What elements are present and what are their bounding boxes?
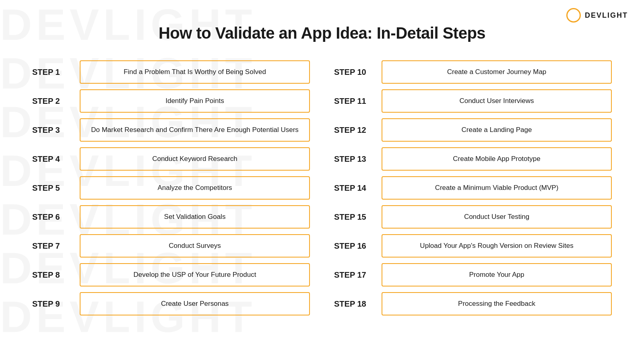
step-row: STEP 1Find a Problem That Is Worthy of B… bbox=[32, 60, 310, 84]
step-box: Create a Customer Journey Map bbox=[382, 60, 612, 84]
step-row: STEP 12Create a Landing Page bbox=[334, 118, 612, 142]
step-text: Create a Minimum Viable Product (MVP) bbox=[435, 183, 559, 193]
steps-column-left: STEP 1Find a Problem That Is Worthy of B… bbox=[32, 60, 310, 321]
step-number-label: STEP 7 bbox=[32, 241, 72, 251]
logo-text: DEVLIGHT bbox=[585, 11, 628, 20]
logo-circle-icon bbox=[566, 8, 581, 23]
step-row: STEP 11Conduct User Interviews bbox=[334, 89, 612, 113]
step-number-label: STEP 15 bbox=[334, 212, 374, 222]
step-text: Conduct Keyword Research bbox=[152, 155, 237, 164]
step-box: Upload Your App's Rough Version on Revie… bbox=[382, 234, 612, 258]
step-row: STEP 5Analyze the Competitors bbox=[32, 176, 310, 200]
step-text: Find a Problem That Is Worthy of Being S… bbox=[124, 68, 266, 77]
step-number-label: STEP 4 bbox=[32, 155, 72, 164]
step-box: Conduct User Testing bbox=[382, 205, 612, 229]
main-content: How to Validate an App Idea: In-Detail S… bbox=[0, 0, 644, 333]
step-text: Upload Your App's Rough Version on Revie… bbox=[420, 241, 573, 251]
step-number-label: STEP 14 bbox=[334, 183, 374, 193]
step-number-label: STEP 2 bbox=[32, 97, 72, 106]
step-box: Create User Personas bbox=[80, 292, 310, 315]
step-box: Set Validation Goals bbox=[80, 205, 310, 229]
step-number-label: STEP 13 bbox=[334, 155, 374, 164]
step-number-label: STEP 6 bbox=[32, 212, 72, 222]
step-row: STEP 17Promote Your App bbox=[334, 263, 612, 286]
step-number-label: STEP 3 bbox=[32, 126, 72, 135]
steps-grid: STEP 1Find a Problem That Is Worthy of B… bbox=[32, 60, 612, 321]
step-text: Analyze the Competitors bbox=[157, 183, 232, 193]
step-row: STEP 2Identify Pain Points bbox=[32, 89, 310, 113]
step-box: Develop the USP of Your Future Product bbox=[80, 263, 310, 286]
step-box: Do Market Research and Confirm There Are… bbox=[80, 118, 310, 142]
step-box: Create Mobile App Prototype bbox=[382, 147, 612, 171]
step-box: Conduct Keyword Research bbox=[80, 147, 310, 171]
step-text: Create User Personas bbox=[161, 299, 229, 309]
step-text: Create a Customer Journey Map bbox=[447, 68, 547, 77]
step-row: STEP 16Upload Your App's Rough Version o… bbox=[334, 234, 612, 258]
step-number-label: STEP 16 bbox=[334, 241, 374, 251]
step-number-label: STEP 12 bbox=[334, 126, 374, 135]
step-text: Do Market Research and Confirm There Are… bbox=[91, 126, 299, 135]
step-number-label: STEP 5 bbox=[32, 183, 72, 193]
step-text: Conduct User Testing bbox=[464, 212, 529, 222]
step-number-label: STEP 9 bbox=[32, 299, 72, 309]
step-text: Create Mobile App Prototype bbox=[453, 155, 540, 164]
step-box: Create a Minimum Viable Product (MVP) bbox=[382, 176, 612, 200]
step-text: Processing the Feedback bbox=[458, 299, 535, 309]
step-number-label: STEP 10 bbox=[334, 68, 374, 77]
step-row: STEP 8Develop the USP of Your Future Pro… bbox=[32, 263, 310, 286]
step-row: STEP 7Conduct Surveys bbox=[32, 234, 310, 258]
step-box: Analyze the Competitors bbox=[80, 176, 310, 200]
step-row: STEP 15Conduct User Testing bbox=[334, 205, 612, 229]
step-box: Find a Problem That Is Worthy of Being S… bbox=[80, 60, 310, 84]
steps-column-right: STEP 10Create a Customer Journey MapSTEP… bbox=[334, 60, 612, 321]
step-text: Conduct User Interviews bbox=[459, 97, 534, 106]
step-box: Conduct Surveys bbox=[80, 234, 310, 258]
step-row: STEP 3Do Market Research and Confirm The… bbox=[32, 118, 310, 142]
step-row: STEP 13Create Mobile App Prototype bbox=[334, 147, 612, 171]
step-text: Set Validation Goals bbox=[164, 212, 226, 222]
step-box: Identify Pain Points bbox=[80, 89, 310, 113]
step-box: Conduct User Interviews bbox=[382, 89, 612, 113]
step-text: Conduct Surveys bbox=[169, 241, 221, 251]
step-number-label: STEP 18 bbox=[334, 299, 374, 309]
step-text: Create a Landing Page bbox=[462, 126, 532, 135]
page-title: How to Validate an App Idea: In-Detail S… bbox=[32, 24, 612, 42]
step-row: STEP 9Create User Personas bbox=[32, 292, 310, 315]
step-row: STEP 14Create a Minimum Viable Product (… bbox=[334, 176, 612, 200]
step-box: Create a Landing Page bbox=[382, 118, 612, 142]
step-row: STEP 18Processing the Feedback bbox=[334, 292, 612, 315]
step-number-label: STEP 11 bbox=[334, 97, 374, 106]
step-text: Promote Your App bbox=[469, 270, 524, 280]
step-number-label: STEP 1 bbox=[32, 68, 72, 77]
step-number-label: STEP 8 bbox=[32, 270, 72, 280]
step-row: STEP 4Conduct Keyword Research bbox=[32, 147, 310, 171]
step-box: Processing the Feedback bbox=[382, 292, 612, 315]
step-text: Develop the USP of Your Future Product bbox=[134, 270, 256, 280]
logo-container: DEVLIGHT bbox=[566, 8, 628, 23]
step-number-label: STEP 17 bbox=[334, 270, 374, 280]
step-row: STEP 10Create a Customer Journey Map bbox=[334, 60, 612, 84]
step-box: Promote Your App bbox=[382, 263, 612, 286]
step-text: Identify Pain Points bbox=[165, 97, 224, 106]
step-row: STEP 6Set Validation Goals bbox=[32, 205, 310, 229]
